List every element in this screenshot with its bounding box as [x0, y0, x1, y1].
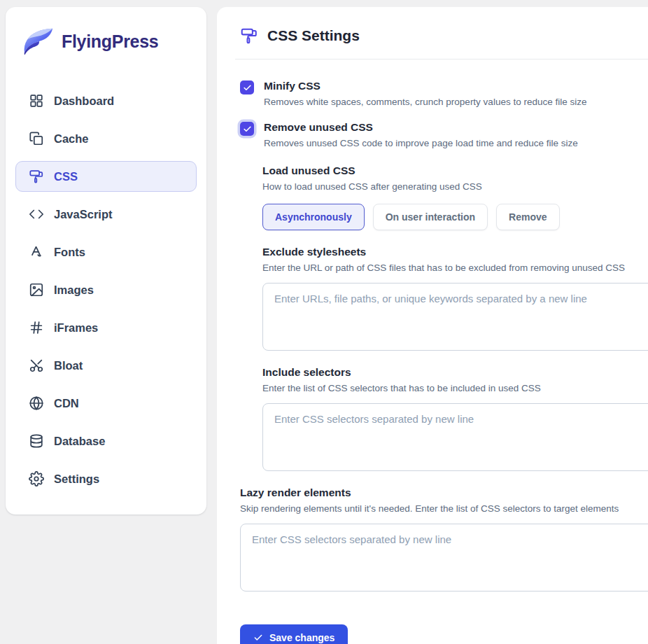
settings-content: Minify CSS Removes white spaces, comment… [240, 79, 648, 644]
load-unused-css-option-group: Asynchronously On user interaction Remov… [262, 204, 648, 230]
check-icon [243, 125, 252, 134]
setting-title: Load unused CSS [262, 164, 648, 178]
sidebar-item-cache[interactable]: Cache [15, 123, 197, 154]
sidebar-item-cdn[interactable]: CDN [15, 388, 197, 419]
gear-icon [29, 471, 44, 486]
sidebar-item-label: Fonts [54, 246, 85, 259]
paint-roller-icon [240, 27, 258, 45]
setting-description: Enter the URL or path of CSS files that … [262, 262, 648, 274]
option-remove-button[interactable]: Remove [496, 204, 559, 230]
sidebar-item-iframes[interactable]: iFrames [15, 312, 197, 343]
exclude-stylesheets-setting: Exclude stylesheets Enter the URL or pat… [262, 245, 648, 351]
sidebar-item-label: CDN [54, 397, 79, 410]
css-settings-panel: CSS Settings Minify CSS Removes white sp… [217, 7, 648, 644]
sidebar-item-label: iFrames [54, 321, 98, 335]
image-icon [29, 282, 44, 298]
remove-unused-css-options: Load unused CSS How to load unused CSS a… [262, 164, 648, 471]
minify-css-text: Minify CSS Removes white spaces, comment… [264, 79, 586, 108]
setting-description: Removes unused CSS code to improve page … [264, 137, 578, 150]
save-changes-label: Save changes [269, 632, 334, 643]
sidebar-item-label: CSS [54, 170, 78, 183]
sidebar-item-bloat[interactable]: Bloat [15, 350, 197, 381]
lazy-render-elements-textarea[interactable] [240, 524, 648, 592]
sidebar-item-label: Images [54, 284, 94, 297]
save-changes-button[interactable]: Save changes [240, 624, 348, 644]
sidebar-item-dashboard[interactable]: Dashboard [15, 85, 197, 116]
setting-title: Lazy render elements [240, 486, 648, 500]
hash-icon [29, 320, 44, 335]
load-unused-css-setting: Load unused CSS How to load unused CSS a… [262, 164, 648, 230]
flyingpress-logo-icon [22, 25, 55, 57]
fonts-icon [29, 244, 44, 260]
sidebar-item-javascript[interactable]: JavaScript [15, 199, 197, 230]
setting-title: Include selectors [262, 365, 648, 379]
sidebar: FlyingPress Dashboard Cache CSS JavaScr [6, 7, 206, 514]
sidebar-item-label: JavaScript [54, 208, 112, 221]
remove-unused-css-text: Remove unused CSS Removes unused CSS cod… [264, 120, 578, 150]
setting-description: Enter the list of CSS selectors that has… [262, 382, 648, 395]
sidebar-item-css[interactable]: CSS [15, 161, 197, 192]
check-icon [253, 633, 263, 643]
minify-css-checkbox[interactable] [240, 80, 254, 94]
setting-title: Remove unused CSS [264, 120, 578, 134]
cache-icon [29, 131, 44, 146]
sidebar-item-settings[interactable]: Settings [15, 463, 197, 494]
setting-description: Removes white spaces, comments, crunch p… [264, 96, 586, 108]
sidebar-item-label: Settings [54, 472, 99, 486]
sidebar-item-label: Database [54, 435, 105, 448]
exclude-stylesheets-textarea[interactable] [262, 283, 648, 351]
lazy-render-elements-setting: Lazy render elements Skip rendering elem… [240, 486, 648, 592]
remove-unused-css-checkbox[interactable] [240, 122, 254, 136]
include-selectors-textarea[interactable] [262, 403, 648, 471]
page-header: CSS Settings [240, 27, 648, 45]
sidebar-nav: Dashboard Cache CSS JavaScript Fonts [15, 85, 197, 494]
sidebar-item-label: Bloat [54, 359, 83, 372]
sidebar-item-label: Cache [54, 132, 89, 146]
globe-icon [29, 396, 44, 411]
option-on-user-interaction-button[interactable]: On user interaction [373, 204, 488, 230]
app-logo: FlyingPress [15, 25, 197, 57]
scissors-icon [29, 358, 44, 373]
include-selectors-setting: Include selectors Enter the list of CSS … [262, 365, 648, 471]
sidebar-item-images[interactable]: Images [15, 274, 197, 305]
check-icon [243, 83, 252, 92]
page-title: CSS Settings [267, 27, 360, 44]
sidebar-item-fonts[interactable]: Fonts [15, 237, 197, 267]
code-icon [29, 206, 44, 222]
setting-description: How to load unused CSS after generating … [262, 181, 648, 193]
option-asynchronously-button[interactable]: Asynchronously [262, 204, 365, 230]
remove-unused-css-setting: Remove unused CSS Removes unused CSS cod… [240, 120, 648, 150]
setting-title: Exclude stylesheets [262, 245, 648, 259]
sidebar-item-database[interactable]: Database [15, 426, 197, 456]
dashboard-icon [29, 93, 44, 108]
header-divider [235, 59, 648, 59]
database-icon [29, 433, 44, 449]
paint-roller-icon [29, 169, 44, 184]
setting-title: Minify CSS [264, 79, 586, 93]
app-name: FlyingPress [62, 31, 158, 52]
sidebar-item-label: Dashboard [54, 94, 114, 108]
setting-description: Skip rendering elements until it's neede… [240, 503, 648, 515]
minify-css-setting: Minify CSS Removes white spaces, comment… [240, 79, 648, 108]
